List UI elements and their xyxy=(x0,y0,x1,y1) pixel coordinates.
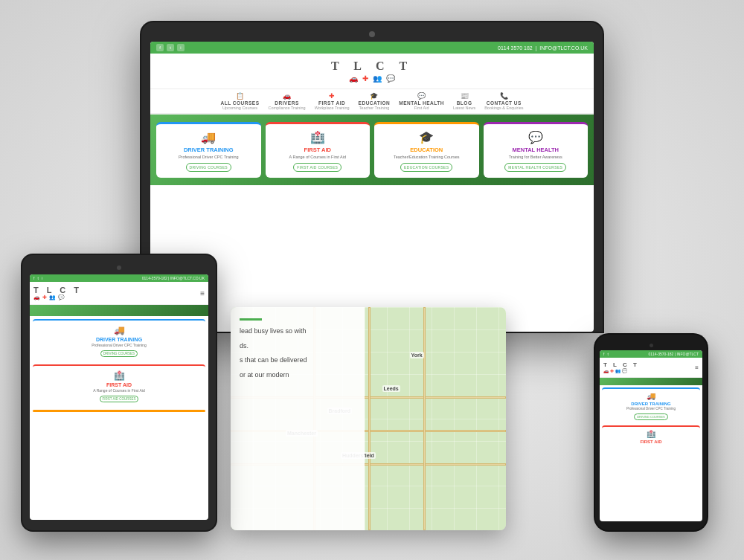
nav-mental-health-sub: First Aid xyxy=(399,106,444,110)
card-first-aid-btn[interactable]: FIRST AID COURSES xyxy=(293,163,341,172)
nav-first-aid-sub: Workplace Training xyxy=(315,106,350,110)
tablet-first-aid-icon: 🏥 xyxy=(37,370,201,381)
card-mental-health-desc: Training for Better Awareness xyxy=(488,155,584,159)
tablet-first-aid-btn[interactable]: FIRST AID COURSES xyxy=(100,396,139,402)
card-first-aid-desc: A Range of Courses in First Aid xyxy=(270,155,366,159)
nav-first-aid[interactable]: ✚ FIRST AID Workplace Training xyxy=(315,92,350,110)
tablet-driver-icon: 🚚 xyxy=(37,325,201,335)
tablet-hamburger[interactable]: ≡ xyxy=(200,289,205,297)
tablet-hero xyxy=(30,305,208,316)
nav-mental-health-label: MENTAL HEALTH xyxy=(399,100,444,106)
card-education-title: EDUCATION xyxy=(379,147,475,153)
cards-row: 🚚 DRIVER TRAINING Professional Driver CP… xyxy=(156,122,588,178)
map-text-overlay: lead busy lives so with ds. s that can b… xyxy=(231,307,365,530)
card-first-aid-icon: 🏥 xyxy=(270,130,366,144)
website-desktop: f t i 0114 3570 182 | INFO@TLCT.CO.UK T … xyxy=(150,42,594,332)
map-city-york: York xyxy=(410,352,424,358)
nav-blog-sub: Latest News xyxy=(453,106,475,110)
card-education-btn[interactable]: EDUCATION COURSES xyxy=(400,163,452,172)
tablet-icon-4: 💬 xyxy=(58,295,65,300)
nav-first-aid-icon: ✚ xyxy=(315,92,350,100)
map-section: Leeds Manchester Huddersfield York Bradf… xyxy=(231,307,506,530)
tablet-logo-icons: 🚗 ✚ 👥 💬 xyxy=(33,295,82,300)
map-text-3: s that can be delivered xyxy=(240,355,356,366)
nav-first-aid-label: FIRST AID xyxy=(315,100,350,106)
facebook-icon[interactable]: f xyxy=(156,44,164,51)
map-text-4: or at our modern xyxy=(240,370,356,381)
twitter-icon[interactable]: t xyxy=(167,44,174,51)
card-mental-health[interactable]: 💬 MENTAL HEALTH Training for Better Awar… xyxy=(484,122,589,178)
nav-blog[interactable]: 📰 BLOG Latest News xyxy=(453,92,475,110)
instagram-icon[interactable]: i xyxy=(177,44,185,51)
nav-all-courses[interactable]: 📋 ALL COURSES Upcoming Courses xyxy=(221,92,260,110)
tablet-icon-3: 👥 xyxy=(49,295,56,300)
site-logo: T L C T xyxy=(156,59,588,73)
tablet-driver-btn[interactable]: DRIVING COURSES xyxy=(100,350,138,357)
phone-icon-3: 👥 xyxy=(615,368,620,373)
phone-logo-icons: 🚗 ✚ 👥 💬 xyxy=(603,368,639,373)
nav-mental-health[interactable]: 💬 MENTAL HEALTH First Aid xyxy=(399,92,444,110)
tablet-icon-1: 🚗 xyxy=(33,295,40,300)
phone-contact: 0114-3570-182 | INFO@TLCT xyxy=(648,352,699,356)
tablet-card-first-aid[interactable]: 🏥 FIRST AID A Range of Courses in First … xyxy=(33,364,205,407)
map-text-2: ds. xyxy=(240,341,356,352)
social-icons: f t i xyxy=(156,44,185,51)
card-driver-desc: Professional Driver CPC Training xyxy=(161,155,257,159)
card-driver-btn[interactable]: DRIVING COURSES xyxy=(186,163,231,172)
card-first-aid-title: FIRST AID xyxy=(270,147,366,153)
map-text-1: lead busy lives so with xyxy=(240,326,356,337)
nav-all-courses-icon: 📋 xyxy=(221,92,260,100)
phone: f t 0114-3570-182 | INFO@TLCT T L C T 🚗 … xyxy=(595,335,707,530)
scene: f t i 0114 3570 182 | INFO@TLCT.CO.UK T … xyxy=(0,0,744,560)
nav-drivers-sub: Compliance Training xyxy=(268,106,305,110)
logo-icon-3: 👥 xyxy=(373,74,382,83)
phone-driver-desc: Professional Driver CPC Training xyxy=(605,407,697,411)
nav-all-courses-label: ALL COURSES xyxy=(221,100,260,106)
tablet-first-aid-title: FIRST AID xyxy=(37,382,201,387)
card-driver-icon: 🚚 xyxy=(161,130,257,144)
phone-camera xyxy=(650,344,653,347)
card-driver-title: DRIVER TRAINING xyxy=(161,147,257,153)
nav-contact[interactable]: 📞 CONTACT US Bookings & Enquiries xyxy=(484,92,523,110)
nav-education-label: EDUCATION xyxy=(359,100,391,106)
phone-hamburger[interactable]: ≡ xyxy=(695,364,699,371)
nav-all-courses-sub: Upcoming Courses xyxy=(221,106,260,110)
site-topbar: f t i 0114 3570 182 | INFO@TLCT.CO.UK xyxy=(150,42,594,54)
tablet-header: T L C T 🚗 ✚ 👥 💬 ≡ xyxy=(30,282,208,305)
phone-first-aid-icon: 🏥 xyxy=(605,430,697,438)
tablet-camera xyxy=(117,265,121,270)
phone-screen: f t 0114-3570-182 | INFO@TLCT T L C T 🚗 … xyxy=(600,350,702,521)
nav-drivers[interactable]: 🚗 DRIVERS Compliance Training xyxy=(268,92,305,110)
card-education[interactable]: 🎓 EDUCATION Teacher/Education Training C… xyxy=(374,122,479,178)
card-mental-health-btn[interactable]: MENTAL HEALTH COURSES xyxy=(504,163,566,172)
nav-blog-label: BLOG xyxy=(453,100,475,106)
phone-header: T L C T 🚗 ✚ 👥 💬 ≡ xyxy=(600,358,702,378)
logo-icon-1: 🚗 xyxy=(349,74,358,83)
tablet-topbar: f t i 0114-3570-182 | INFO@TLCT.CO.UK xyxy=(30,274,208,282)
tablet-card-driver[interactable]: 🚚 DRIVER TRAINING Professional Driver CP… xyxy=(33,319,205,361)
phone-hero xyxy=(600,378,702,385)
phone-website: f t 0114-3570-182 | INFO@TLCT T L C T 🚗 … xyxy=(600,350,702,521)
phone-first-aid-title: FIRST AID xyxy=(605,440,697,444)
nav-education-sub: Teacher Training xyxy=(359,106,391,110)
card-education-icon: 🎓 xyxy=(379,130,475,144)
phone-card-first-aid[interactable]: 🏥 FIRST AID xyxy=(602,425,700,448)
phone-card-driver[interactable]: 🚚 DRIVER TRAINING Professional Driver CP… xyxy=(602,387,700,423)
nav-drivers-icon: 🚗 xyxy=(268,92,305,100)
phone-driver-icon: 🚚 xyxy=(605,392,697,400)
phone-frame: f t 0114-3570-182 | INFO@TLCT T L C T 🚗 … xyxy=(595,335,707,530)
phone-driver-btn[interactable]: DRIVING COURSES xyxy=(634,413,668,420)
card-driver-training[interactable]: 🚚 DRIVER TRAINING Professional Driver CP… xyxy=(156,122,261,178)
email-address: INFO@TLCT.CO.UK xyxy=(539,45,588,51)
monitor-screen: f t i 0114 3570 182 | INFO@TLCT.CO.UK T … xyxy=(150,42,594,332)
site-nav: 📋 ALL COURSES Upcoming Courses 🚗 DRIVERS… xyxy=(150,89,594,115)
nav-contact-sub: Bookings & Enquiries xyxy=(484,106,523,110)
phone-logo: T L C T xyxy=(603,361,639,368)
phone-number: 0114 3570 182 xyxy=(498,45,533,51)
map-city-leeds: Leeds xyxy=(382,385,400,392)
nav-drivers-label: DRIVERS xyxy=(268,100,305,106)
tablet-frame: f t i 0114-3570-182 | INFO@TLCT.CO.UK T … xyxy=(22,255,216,530)
card-first-aid[interactable]: 🏥 FIRST AID A Range of Courses in First … xyxy=(266,122,371,178)
contact-info: 0114 3570 182 | INFO@TLCT.CO.UK xyxy=(498,45,588,51)
nav-education[interactable]: 🎓 EDUCATION Teacher Training xyxy=(359,92,391,110)
